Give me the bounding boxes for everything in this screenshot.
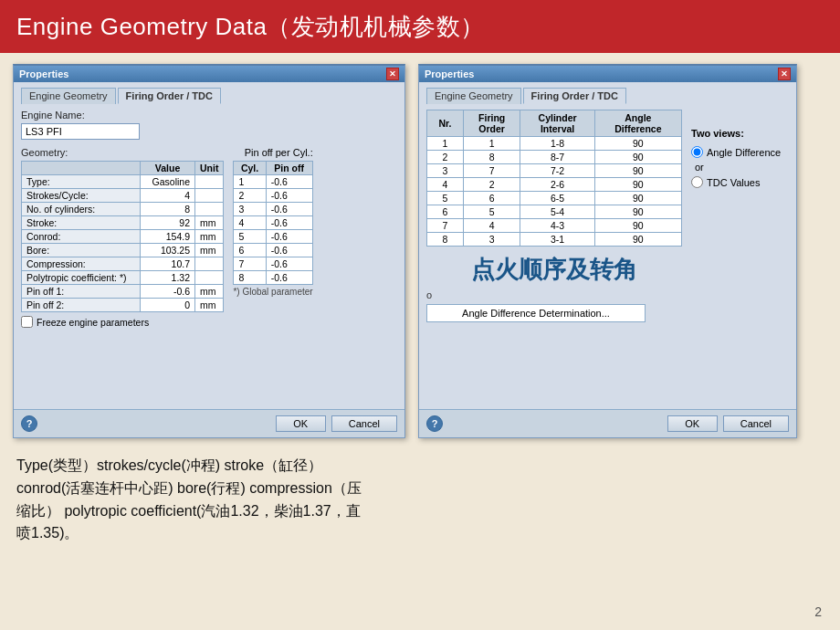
tab-engine-geometry-right[interactable]: Engine Geometry [426,88,521,104]
table-row: Polytropic coefficient: *)1.32 [22,271,224,285]
geo-col-header-value: Value [141,162,195,175]
left-dialog-titlebar: Properties ✕ [14,66,404,82]
geo-cell [195,189,224,203]
geo-cell: 1.32 [141,271,195,285]
radio-angle-difference: Angle Difference [691,146,781,158]
geo-cell: Compression: [22,257,141,271]
left-properties-dialog: Properties ✕ Engine Geometry Firing Orde… [13,64,405,438]
pin-cell: -0.6 [266,216,312,230]
table-row: 4-0.6 [234,216,312,230]
table-row: Strokes/Cycle:4 [22,189,224,203]
table-row: 377-290 [427,164,682,178]
firing-cell: 6 [427,205,464,219]
pin-cell: 3 [234,203,266,216]
firing-cell: 2-6 [520,178,594,192]
firing-cell: 3-1 [520,233,594,247]
left-dialog-footer: ? OK Cancel [14,409,404,437]
col-firing-order: FiringOrder [463,110,520,137]
table-row: Stroke:92mm [22,216,224,230]
geo-cell: -0.6 [141,285,195,299]
firing-cell: 90 [594,192,681,205]
engine-name-input[interactable] [21,123,140,140]
left-help-button[interactable]: ? [21,415,37,432]
pin-cell: -0.6 [266,230,312,244]
tab-engine-geometry-left[interactable]: Engine Geometry [21,88,116,104]
geo-cell: No. of cylinders: [22,203,141,216]
geo-cell: Strokes/Cycle: [22,189,141,203]
table-row: 5-0.6 [234,230,312,244]
col-angle-difference: AngleDifference [594,110,681,137]
pin-cell: 5 [234,230,266,244]
geo-cell: Polytropic coefficient: *) [22,271,141,285]
firing-cell: 7-2 [520,164,594,178]
page-title: Engine Geometry Data（发动机机械参数） [16,11,485,43]
table-row: 6-0.6 [234,244,312,257]
left-tabs: Engine Geometry Firing Order / TDC [21,88,397,104]
firing-cell: 90 [594,178,681,192]
right-dialog-close-button[interactable]: ✕ [778,68,791,80]
right-cancel-button[interactable]: Cancel [723,415,789,432]
table-row: Pin off 2:0mm [22,299,224,312]
firing-cell: 90 [594,205,681,219]
bottom-text: Type(类型）strokes/cycle(冲程) stroke（缸径） con… [0,446,840,552]
radio-or-label: or [695,162,781,173]
radio-tdc-values: TDC Values [691,176,781,188]
pin-cell: -0.6 [266,189,312,203]
geo-cell: Type: [22,175,141,189]
pin-col-header-pinoff: Pin off [266,162,312,175]
table-row: Compression:10.7 [22,257,224,271]
geo-cell [195,203,224,216]
left-dialog-close-button[interactable]: ✕ [386,68,399,80]
firing-order-left-col: Nr. FiringOrder CylinderInterval AngleDi… [426,110,682,322]
table-row: 744-390 [427,219,682,233]
firing-cell: 4 [463,219,520,233]
firing-cell: 2 [427,151,464,164]
tab-firing-order-left[interactable]: Firing Order / TDC [118,88,221,104]
pin-cell: 6 [234,244,266,257]
right-help-button[interactable]: ? [426,415,443,432]
firing-cell: 8 [463,151,520,164]
table-row: 111-890 [427,137,682,151]
geo-cell [195,271,224,285]
tab-firing-order-right[interactable]: Firing Order / TDC [523,88,626,104]
geometry-left: Geometry: Value Unit Type:GasolineStroke… [21,147,224,328]
bottom-line1: Type(类型）strokes/cycle(冲程) stroke（缸径） [16,457,322,473]
firing-cell: 1 [427,137,464,151]
geometry-section: Geometry: Value Unit Type:GasolineStroke… [21,147,397,328]
freeze-checkbox[interactable] [21,316,33,328]
table-row: Conrod:154.9mm [22,230,224,244]
pin-cell: 1 [234,175,266,189]
geo-cell: 0 [141,299,195,312]
firing-cell: 90 [594,137,681,151]
geometry-label: Geometry: [21,147,224,158]
freeze-label: Freeze engine parameters [37,317,149,328]
geo-cell: mm [195,244,224,257]
angle-difference-determination-button[interactable]: Angle Difference Determination... [426,304,646,322]
firing-cell: 2 [463,178,520,192]
radio-tdc-values-input[interactable] [691,176,703,188]
table-row: 833-190 [427,233,682,247]
geo-cell: 103.25 [141,244,195,257]
left-cancel-button[interactable]: Cancel [331,415,397,432]
geo-cell: Bore: [22,244,141,257]
firing-cell: 8 [427,233,464,247]
page-header: Engine Geometry Data（发动机机械参数） [0,0,840,53]
geo-cell: Stroke: [22,216,141,230]
right-ok-button[interactable]: OK [667,415,718,432]
firing-cell: 8-7 [520,151,594,164]
geo-cell [195,175,224,189]
left-ok-button[interactable]: OK [276,415,326,432]
radio-angle-difference-input[interactable] [691,146,703,158]
geo-cell: Pin off 2: [22,299,141,312]
pin-off-label: Pin off per Cyl.: [233,147,312,158]
firing-cell: 7 [463,164,520,178]
geo-cell: mm [195,216,224,230]
firing-cell: 90 [594,164,681,178]
firing-cell: 4-3 [520,219,594,233]
table-row: Type:Gasoline [22,175,224,189]
geo-cell: 4 [141,189,195,203]
geo-cell: Gasoline [141,175,195,189]
firing-cell: 5-4 [520,205,594,219]
radio-angle-difference-label: Angle Difference [707,147,781,158]
main-content: Properties ✕ Engine Geometry Firing Orde… [0,53,840,446]
